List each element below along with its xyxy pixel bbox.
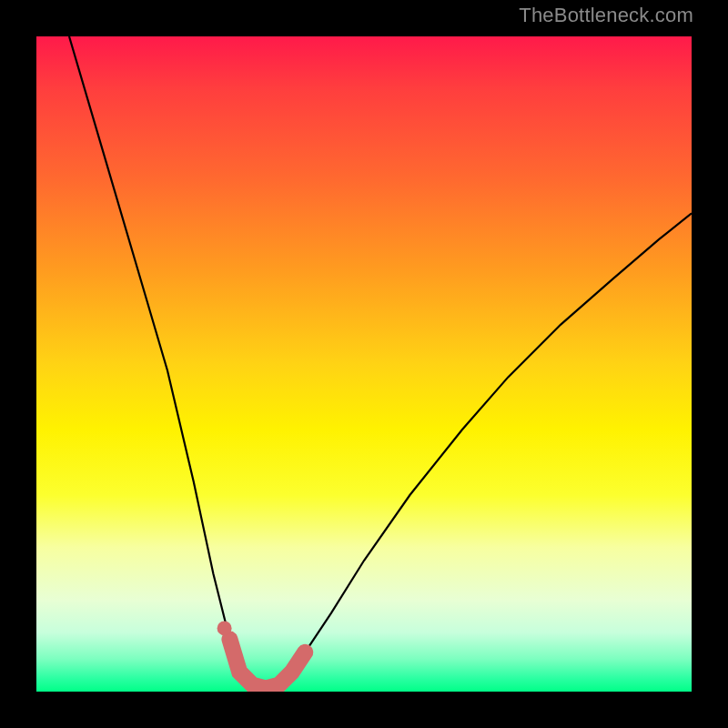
bottleneck-curve (69, 36, 692, 688)
highlight-bottom (229, 639, 305, 688)
plot-area (36, 36, 692, 692)
watermark-text: TheBottleneck.com (519, 4, 693, 27)
highlight-dot (217, 621, 232, 635)
chart-frame: TheBottleneck.com (0, 0, 728, 728)
curve-svg (36, 36, 692, 692)
